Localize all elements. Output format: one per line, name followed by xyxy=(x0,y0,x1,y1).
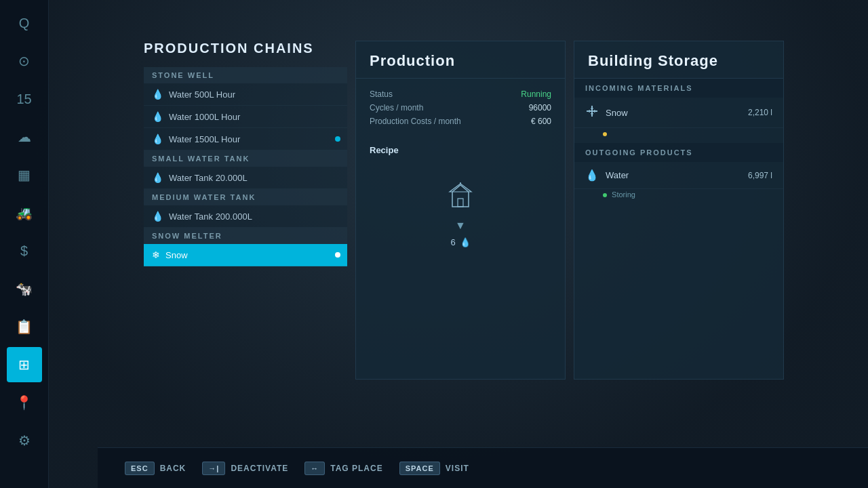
snow-item-amount: 2,210 l xyxy=(748,108,772,117)
tag-label: TAG PLACE xyxy=(330,464,382,473)
sidebar-item-animals[interactable]: 🐄 xyxy=(7,271,42,306)
sidebar-item-quest[interactable]: Q xyxy=(7,5,42,41)
water-storing-label: Storing xyxy=(612,190,635,199)
production-icon: ⊞ xyxy=(18,357,30,373)
group-header-stone-well: STONE WELL xyxy=(144,67,347,83)
sidebar-item-production[interactable]: ⊞ xyxy=(7,347,42,382)
sidebar-item-vehicles[interactable]: 🚜 xyxy=(7,195,42,230)
quest-icon: Q xyxy=(19,16,30,31)
sidebar-item-placeables[interactable]: 📍 xyxy=(7,385,42,420)
water-item-name: Water xyxy=(606,170,741,180)
deactivate-label: DEACTIVATE xyxy=(231,464,288,473)
tag-place-action[interactable]: ↔ TAG PLACE xyxy=(304,462,382,475)
svg-marker-9 xyxy=(594,110,597,113)
costs-row: Production Costs / month € 600 xyxy=(370,117,551,126)
active-dot xyxy=(335,136,340,142)
recipe-arrow-icon: ▼ xyxy=(455,220,466,232)
costs-value: € 600 xyxy=(531,117,551,126)
chain-item-tank-20[interactable]: 💧 Water Tank 20.000L xyxy=(144,167,347,189)
back-label: BACK xyxy=(160,464,186,473)
building-storage-title: Building Storage xyxy=(588,52,770,70)
contracts-icon: 📋 xyxy=(16,319,33,335)
vehicles-icon: 🚜 xyxy=(16,205,33,221)
storage-item-snow: Snow 2,210 l xyxy=(574,98,783,128)
sidebar-item-calendar[interactable]: 15 xyxy=(7,81,42,117)
costs-label: Production Costs / month xyxy=(370,117,461,126)
stats-icon: ▦ xyxy=(18,167,31,183)
building-storage-panel: Building Storage INCOMING MATERIALS Snow… xyxy=(574,41,784,380)
storage-header: Building Storage xyxy=(574,41,783,79)
status-row: Status Running xyxy=(370,89,551,99)
status-value: Running xyxy=(521,89,551,99)
finance-icon: $ xyxy=(20,243,28,259)
water-icon: 💧 xyxy=(152,111,163,122)
content-area: PRODUCTION CHAINS STONE WELL 💧 Water 500… xyxy=(49,0,868,488)
deactivate-action[interactable]: →| DEACTIVATE xyxy=(202,462,288,475)
water-icon: 💧 xyxy=(152,134,163,144)
chain-item-snow[interactable]: ❄ Snow xyxy=(144,244,347,266)
building-icon xyxy=(447,182,474,214)
weather-icon: ☁ xyxy=(18,129,31,145)
deactivate-key-badge: →| xyxy=(202,462,225,475)
calendar-icon: 15 xyxy=(16,92,31,107)
animals-icon: 🐄 xyxy=(16,281,33,297)
incoming-materials-header: INCOMING MATERIALS xyxy=(574,79,783,98)
production-chains-title: PRODUCTION CHAINS xyxy=(144,41,347,56)
recipe-title: Recipe xyxy=(370,145,551,155)
water-drop-icon: 💧 xyxy=(460,237,471,247)
snow-storage-icon xyxy=(585,104,599,121)
production-stats: Status Running Cycles / month 96000 Prod… xyxy=(356,79,565,137)
svg-rect-1 xyxy=(458,199,463,207)
sidebar-item-stats[interactable]: ▦ xyxy=(7,157,42,192)
sidebar-item-contracts[interactable]: 📋 xyxy=(7,309,42,344)
production-panel: Production Status Running Cycles / month… xyxy=(355,41,566,380)
overview-icon: ⊙ xyxy=(18,53,30,69)
production-chains-panel: PRODUCTION CHAINS STONE WELL 💧 Water 500… xyxy=(144,41,347,266)
sidebar-item-finance[interactable]: $ xyxy=(7,233,42,268)
recipe-visual: ▼ 6 💧 xyxy=(370,169,551,261)
recipe-section: Recipe ▼ 6 💧 xyxy=(356,137,565,269)
sidebar-item-weather[interactable]: ☁ xyxy=(7,119,42,155)
production-header: Production xyxy=(356,41,565,79)
back-action[interactable]: ESC BACK xyxy=(125,462,186,475)
svg-marker-6 xyxy=(591,113,593,117)
visit-label: VISIT xyxy=(446,464,469,473)
placeables-icon: 📍 xyxy=(16,394,33,411)
chain-item-water-1000[interactable]: 💧 Water 1000L Hour xyxy=(144,106,347,128)
space-key-badge: SPACE xyxy=(399,462,440,475)
cycles-value: 96000 xyxy=(529,103,551,113)
snow-item-name: Snow xyxy=(606,108,741,118)
snow-icon: ❄ xyxy=(152,249,160,260)
chain-item-water-500[interactable]: 💧 Water 500L Hour xyxy=(144,83,347,106)
group-header-snow-melter: SNOW MELTER xyxy=(144,228,347,244)
cycles-label: Cycles / month xyxy=(370,103,423,113)
water-item-amount: 6,997 l xyxy=(748,171,772,180)
sidebar-item-overview[interactable]: ⊙ xyxy=(7,43,42,79)
water-item-sub: Storing xyxy=(574,189,783,204)
green-dot xyxy=(603,193,607,197)
outgoing-products-header: OUTGOING PRODUCTS xyxy=(574,143,783,162)
sidebar: Q ⊙ 15 ☁ ▦ 🚜 $ 🐄 📋 ⊞ 📍 ⚙ xyxy=(0,0,49,488)
snow-item-indicator xyxy=(574,128,783,143)
production-title: Production xyxy=(370,52,551,70)
chain-item-water-1500[interactable]: 💧 Water 1500L Hour xyxy=(144,128,347,150)
recipe-amount: 6 xyxy=(450,237,455,247)
main-content: PRODUCTION CHAINS STONE WELL 💧 Water 500… xyxy=(49,0,868,488)
recipe-output: 6 💧 xyxy=(450,237,470,247)
group-header-small-tank: SMALL WATER TANK xyxy=(144,150,347,167)
water-icon: 💧 xyxy=(152,211,163,222)
esc-key-badge: ESC xyxy=(125,462,155,475)
status-label: Status xyxy=(370,89,393,99)
cycles-row: Cycles / month 96000 xyxy=(370,103,551,113)
bottom-bar: ESC BACK →| DEACTIVATE ↔ TAG PLACE SPACE… xyxy=(98,447,868,488)
active-dot xyxy=(335,252,340,258)
storage-item-water: 💧 Water 6,997 l xyxy=(574,162,783,189)
visit-action[interactable]: SPACE VISIT xyxy=(399,462,469,475)
water-storage-icon: 💧 xyxy=(585,169,599,182)
chain-item-tank-200[interactable]: 💧 Water Tank 200.000L xyxy=(144,205,347,228)
settings-icon: ⚙ xyxy=(18,432,31,449)
water-icon: 💧 xyxy=(152,172,163,183)
group-header-medium-tank: MEDIUM WATER TANK xyxy=(144,189,347,205)
tag-key-badge: ↔ xyxy=(304,462,325,475)
sidebar-item-settings[interactable]: ⚙ xyxy=(7,423,42,458)
